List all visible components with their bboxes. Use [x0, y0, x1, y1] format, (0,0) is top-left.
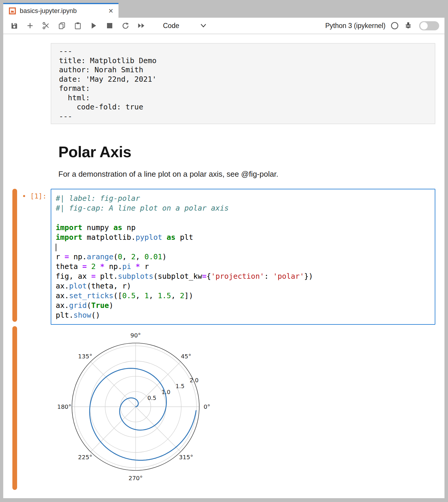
svg-text:0.5: 0.5: [147, 395, 156, 401]
execution-prompt: • [1]:: [17, 189, 51, 325]
notebook-panel: --- title: Matplotlib Demo author: Norah…: [3, 34, 444, 498]
output-prompt-spacer: [17, 326, 51, 490]
code-line: #| fig-cap: A line plot on a polar axis: [56, 203, 432, 213]
kernel-name[interactable]: Python 3 (ipykernel): [325, 22, 386, 30]
interrupt-kernel-button[interactable]: [106, 21, 113, 30]
code-line: plt.show(): [56, 310, 432, 320]
debugger-button[interactable]: [404, 22, 412, 30]
code-line: ax.grid(True): [56, 301, 432, 310]
notebook-file-icon: [9, 7, 16, 14]
svg-text:2.0: 2.0: [190, 377, 198, 383]
notebook-toolbar: Code Python 3 (ipykernel): [3, 18, 444, 34]
save-button[interactable]: [10, 21, 18, 30]
raw-frontmatter-cell[interactable]: --- title: Matplotlib Demo author: Norah…: [51, 43, 435, 124]
run-icon: [90, 22, 97, 29]
add-cell-icon: [26, 22, 34, 29]
svg-text:90°: 90°: [130, 332, 141, 339]
code-line: ax.plot(theta, r): [56, 281, 432, 291]
cell-type-dropdown[interactable]: Code: [163, 22, 206, 30]
polar-plot-figure: 0°45°90°135°180°225°270°315°0.51.01.52.0: [56, 327, 221, 489]
cell-type-value: Code: [163, 22, 179, 30]
code-line: [56, 242, 432, 252]
code-line: [56, 213, 432, 223]
save-icon: [11, 22, 18, 29]
tab-title: basics-jupyter.ipynb: [20, 7, 107, 15]
svg-text:135°: 135°: [78, 353, 92, 360]
paste-cells-button[interactable]: [74, 21, 82, 30]
svg-text:1.5: 1.5: [176, 383, 185, 389]
add-cell-button[interactable]: [26, 21, 34, 30]
notebook-tab[interactable]: basics-jupyter.ipynb ×: [3, 3, 118, 18]
copy-cells-button[interactable]: [58, 21, 66, 30]
theme-toggle-knob: [420, 22, 428, 29]
svg-text:0°: 0°: [204, 403, 210, 410]
svg-text:225°: 225°: [78, 454, 92, 461]
kernel-zone: Python 3 (ipykernel): [325, 21, 444, 30]
code-line: import matplotlib.pyplot as plt: [56, 232, 432, 242]
text-cursor: [56, 244, 56, 251]
input-collapser[interactable]: [12, 189, 17, 322]
restart-icon: [122, 22, 129, 30]
code-line: theta = 2 * np.pi * r: [56, 262, 432, 271]
code-cell-row: • [1]: #| label: fig-polar#| fig-cap: A …: [3, 189, 444, 325]
kernel-status-icon[interactable]: [391, 22, 399, 30]
chevron-down-icon: [200, 24, 206, 28]
markdown-paragraph: For a demonstration of a line plot on a …: [58, 170, 444, 179]
output-collapser[interactable]: [12, 326, 17, 490]
restart-run-all-button[interactable]: [138, 21, 145, 30]
code-line: #| label: fig-polar: [56, 193, 432, 203]
svg-text:270°: 270°: [129, 475, 143, 482]
debugger-bug-icon: [404, 22, 412, 29]
output-area: 0°45°90°135°180°225°270°315°0.51.01.52.0: [51, 326, 444, 490]
restart-kernel-button[interactable]: [122, 21, 129, 30]
code-line: ax.set_rticks([0.5, 1, 1.5, 2]): [56, 291, 432, 301]
close-icon[interactable]: ×: [107, 7, 115, 15]
cut-cells-button[interactable]: [42, 21, 50, 30]
code-line: r = np.arange(0, 2, 0.01): [56, 252, 432, 262]
svg-text:1.0: 1.0: [162, 389, 170, 395]
code-line: import numpy as np: [56, 223, 432, 232]
copy-icon: [58, 22, 66, 29]
output-cell-row: 0°45°90°135°180°225°270°315°0.51.01.52.0: [3, 326, 444, 490]
code-cell-editor[interactable]: #| label: fig-polar#| fig-cap: A line pl…: [51, 189, 435, 325]
stop-icon: [107, 23, 113, 29]
paste-icon: [74, 22, 82, 29]
svg-text:180°: 180°: [57, 403, 71, 410]
run-cell-button[interactable]: [90, 21, 98, 30]
svg-text:315°: 315°: [179, 454, 193, 461]
raw-cell-text: --- title: Matplotlib Demo author: Norah…: [59, 47, 432, 121]
theme-toggle[interactable]: [419, 21, 439, 30]
svg-text:45°: 45°: [181, 353, 191, 360]
cut-icon: [42, 22, 50, 30]
run-all-icon: [138, 22, 145, 29]
markdown-heading: Polar Axis: [58, 143, 444, 161]
code-line: fig, ax = plt.subplots(subplot_kw={'proj…: [56, 271, 432, 281]
